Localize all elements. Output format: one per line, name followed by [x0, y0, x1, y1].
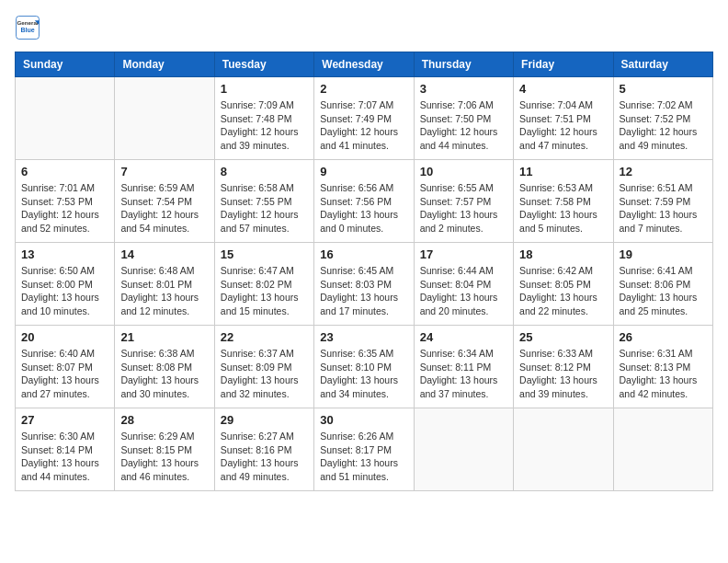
calendar-table: Sunday Monday Tuesday Wednesday Thursday… [15, 52, 713, 491]
day-info: Sunrise: 6:26 AM Sunset: 8:17 PM Dayligh… [320, 430, 407, 484]
day-number: 25 [519, 330, 607, 344]
header-monday: Monday [115, 52, 214, 77]
day-number: 22 [221, 330, 308, 344]
day-number: 1 [221, 82, 308, 96]
day-info: Sunrise: 6:58 AM Sunset: 7:55 PM Dayligh… [221, 181, 308, 236]
day-info: Sunrise: 6:40 AM Sunset: 8:07 PM Dayligh… [21, 347, 108, 401]
day-info: Sunrise: 6:50 AM Sunset: 8:00 PM Dayligh… [21, 264, 108, 318]
day-info: Sunrise: 7:01 AM Sunset: 7:53 PM Dayligh… [21, 181, 108, 236]
day-number: 21 [120, 330, 208, 344]
table-row: 17Sunrise: 6:44 AM Sunset: 8:04 PM Dayli… [414, 243, 513, 326]
calendar-week-2: 6Sunrise: 7:01 AM Sunset: 7:53 PM Daylig… [16, 160, 713, 243]
table-row: 21Sunrise: 6:38 AM Sunset: 8:08 PM Dayli… [115, 326, 214, 408]
day-number: 30 [320, 413, 407, 427]
table-row: 4Sunrise: 7:04 AM Sunset: 7:51 PM Daylig… [514, 77, 613, 160]
day-number: 26 [620, 330, 707, 344]
day-info: Sunrise: 7:02 AM Sunset: 7:52 PM Dayligh… [620, 98, 707, 153]
table-row [414, 408, 513, 491]
day-info: Sunrise: 6:35 AM Sunset: 8:10 PM Dayligh… [320, 347, 407, 401]
day-number: 19 [620, 247, 707, 261]
day-info: Sunrise: 6:41 AM Sunset: 8:06 PM Dayligh… [620, 264, 707, 318]
header-tuesday: Tuesday [214, 52, 313, 77]
table-row: 29Sunrise: 6:27 AM Sunset: 8:16 PM Dayli… [214, 408, 313, 491]
table-row: 23Sunrise: 6:35 AM Sunset: 8:10 PM Dayli… [314, 326, 414, 408]
day-info: Sunrise: 6:27 AM Sunset: 8:16 PM Dayligh… [221, 430, 308, 484]
table-row: 8Sunrise: 6:58 AM Sunset: 7:55 PM Daylig… [214, 160, 313, 243]
day-number: 12 [620, 165, 707, 178]
day-info: Sunrise: 6:30 AM Sunset: 8:14 PM Dayligh… [21, 430, 108, 484]
table-row [514, 408, 613, 491]
day-info: Sunrise: 6:34 AM Sunset: 8:11 PM Dayligh… [420, 347, 507, 401]
table-row: 1Sunrise: 7:09 AM Sunset: 7:48 PM Daylig… [214, 77, 313, 160]
table-row: 27Sunrise: 6:30 AM Sunset: 8:14 PM Dayli… [16, 408, 115, 491]
header-friday: Friday [514, 52, 613, 77]
day-number: 9 [320, 165, 407, 178]
calendar-header-row: Sunday Monday Tuesday Wednesday Thursday… [16, 52, 713, 77]
calendar-week-5: 27Sunrise: 6:30 AM Sunset: 8:14 PM Dayli… [16, 408, 713, 491]
day-number: 20 [21, 330, 108, 344]
calendar-week-3: 13Sunrise: 6:50 AM Sunset: 8:00 PM Dayli… [16, 243, 713, 326]
table-row: 12Sunrise: 6:51 AM Sunset: 7:59 PM Dayli… [613, 160, 712, 243]
table-row: 13Sunrise: 6:50 AM Sunset: 8:00 PM Dayli… [16, 243, 115, 326]
table-row: 22Sunrise: 6:37 AM Sunset: 8:09 PM Dayli… [214, 326, 313, 408]
table-row: 7Sunrise: 6:59 AM Sunset: 7:54 PM Daylig… [115, 160, 214, 243]
table-row: 30Sunrise: 6:26 AM Sunset: 8:17 PM Dayli… [314, 408, 414, 491]
table-row: 20Sunrise: 6:40 AM Sunset: 8:07 PM Dayli… [16, 326, 115, 408]
table-row: 18Sunrise: 6:42 AM Sunset: 8:05 PM Dayli… [514, 243, 613, 326]
day-info: Sunrise: 6:48 AM Sunset: 8:01 PM Dayligh… [120, 264, 208, 318]
svg-text:Blue: Blue [20, 27, 34, 33]
day-number: 4 [519, 82, 607, 96]
table-row: 24Sunrise: 6:34 AM Sunset: 8:11 PM Dayli… [414, 326, 513, 408]
day-info: Sunrise: 6:56 AM Sunset: 7:56 PM Dayligh… [320, 181, 407, 236]
day-number: 7 [120, 165, 208, 178]
day-info: Sunrise: 6:29 AM Sunset: 8:15 PM Dayligh… [120, 430, 208, 484]
day-info: Sunrise: 6:42 AM Sunset: 8:05 PM Dayligh… [519, 264, 607, 318]
day-info: Sunrise: 6:45 AM Sunset: 8:03 PM Dayligh… [320, 264, 407, 318]
table-row: 9Sunrise: 6:56 AM Sunset: 7:56 PM Daylig… [314, 160, 414, 243]
table-row: 11Sunrise: 6:53 AM Sunset: 7:58 PM Dayli… [514, 160, 613, 243]
table-row: 19Sunrise: 6:41 AM Sunset: 8:06 PM Dayli… [613, 243, 712, 326]
table-row [16, 77, 115, 160]
day-number: 15 [221, 247, 308, 261]
day-number: 17 [420, 247, 507, 261]
day-info: Sunrise: 6:38 AM Sunset: 8:08 PM Dayligh… [120, 347, 208, 401]
day-number: 13 [21, 247, 108, 261]
day-info: Sunrise: 7:06 AM Sunset: 7:50 PM Dayligh… [420, 98, 507, 153]
header-wednesday: Wednesday [314, 52, 414, 77]
table-row: 25Sunrise: 6:33 AM Sunset: 8:12 PM Dayli… [514, 326, 613, 408]
day-info: Sunrise: 7:09 AM Sunset: 7:48 PM Dayligh… [221, 98, 308, 153]
calendar-week-4: 20Sunrise: 6:40 AM Sunset: 8:07 PM Dayli… [16, 326, 713, 408]
day-info: Sunrise: 6:44 AM Sunset: 8:04 PM Dayligh… [420, 264, 507, 318]
day-number: 3 [420, 82, 507, 96]
logo: General Blue [15, 15, 44, 40]
table-row: 3Sunrise: 7:06 AM Sunset: 7:50 PM Daylig… [414, 77, 513, 160]
day-info: Sunrise: 6:31 AM Sunset: 8:13 PM Dayligh… [620, 347, 707, 401]
table-row: 2Sunrise: 7:07 AM Sunset: 7:49 PM Daylig… [314, 77, 414, 160]
header-saturday: Saturday [613, 52, 712, 77]
day-info: Sunrise: 6:47 AM Sunset: 8:02 PM Dayligh… [221, 264, 308, 318]
logo-icon: General Blue [15, 15, 40, 40]
table-row [115, 77, 214, 160]
day-number: 6 [21, 165, 108, 178]
day-number: 2 [320, 82, 407, 96]
day-number: 24 [420, 330, 507, 344]
day-number: 16 [320, 247, 407, 261]
table-row: 16Sunrise: 6:45 AM Sunset: 8:03 PM Dayli… [314, 243, 414, 326]
day-number: 5 [620, 82, 707, 96]
day-number: 23 [320, 330, 407, 344]
day-number: 14 [120, 247, 208, 261]
page-header: General Blue [15, 15, 713, 40]
day-number: 8 [221, 165, 308, 178]
day-info: Sunrise: 6:59 AM Sunset: 7:54 PM Dayligh… [120, 181, 208, 236]
header-sunday: Sunday [16, 52, 115, 77]
day-info: Sunrise: 6:37 AM Sunset: 8:09 PM Dayligh… [221, 347, 308, 401]
day-number: 18 [519, 247, 607, 261]
day-number: 27 [21, 413, 108, 427]
svg-text:General: General [17, 19, 38, 26]
day-info: Sunrise: 6:51 AM Sunset: 7:59 PM Dayligh… [620, 181, 707, 236]
table-row: 26Sunrise: 6:31 AM Sunset: 8:13 PM Dayli… [613, 326, 712, 408]
day-number: 29 [221, 413, 308, 427]
table-row [613, 408, 712, 491]
day-number: 10 [420, 165, 507, 178]
table-row: 14Sunrise: 6:48 AM Sunset: 8:01 PM Dayli… [115, 243, 214, 326]
